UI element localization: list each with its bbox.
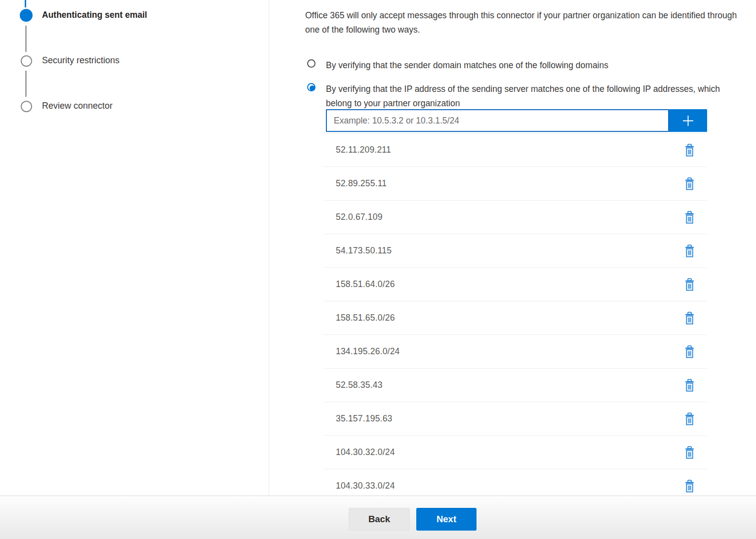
trash-icon bbox=[684, 278, 695, 291]
ip-address-input[interactable] bbox=[326, 109, 669, 132]
trash-icon bbox=[684, 245, 695, 257]
delete-ip-button[interactable] bbox=[683, 244, 696, 258]
trash-icon bbox=[684, 480, 695, 493]
ip-address-row: 104.30.32.0/24 bbox=[323, 435, 707, 469]
ip-address-value: 104.30.33.0/24 bbox=[336, 481, 395, 491]
delete-ip-button[interactable] bbox=[683, 143, 696, 158]
ip-address-row: 52.0.67.109 bbox=[323, 200, 707, 234]
trash-icon bbox=[684, 379, 695, 392]
stepper-connector-line bbox=[25, 71, 27, 97]
ip-address-list: 52.11.209.211 52.89.255.11 bbox=[323, 133, 707, 496]
ip-address-value: 35.157.195.63 bbox=[336, 414, 393, 424]
ip-address-value: 52.89.255.11 bbox=[336, 178, 387, 189]
ip-address-value: 54.173.50.115 bbox=[336, 246, 392, 256]
trash-icon bbox=[684, 177, 695, 190]
connector-wizard-screen: Authenticating sent email Security restr… bbox=[0, 0, 756, 539]
ip-address-value: 52.0.67.109 bbox=[336, 212, 383, 222]
ip-address-row: 52.58.35.43 bbox=[323, 368, 707, 402]
next-button[interactable]: Next bbox=[416, 508, 477, 531]
delete-ip-button[interactable] bbox=[683, 445, 696, 460]
radio-selected-icon[interactable] bbox=[307, 83, 316, 91]
delete-ip-button[interactable] bbox=[683, 176, 696, 191]
plus-icon bbox=[681, 114, 695, 127]
ip-address-row: 54.173.50.115 bbox=[323, 234, 707, 267]
trash-icon bbox=[684, 345, 695, 358]
delete-ip-button[interactable] bbox=[683, 412, 696, 426]
radio-unselected-icon[interactable] bbox=[307, 59, 316, 68]
radio-option-label: By verifying that the IP address of the … bbox=[326, 82, 731, 110]
ip-address-value: 158.51.64.0/26 bbox=[336, 279, 395, 290]
delete-ip-button[interactable] bbox=[683, 378, 696, 393]
wizard-stepper-sidebar: Authenticating sent email Security restr… bbox=[0, 0, 269, 496]
stepper-item-security-restrictions: Security restrictions bbox=[42, 55, 119, 66]
ip-address-value: 158.51.65.0/26 bbox=[336, 313, 395, 323]
ip-address-row: 104.30.33.0/24 bbox=[323, 469, 707, 496]
ip-entry-row bbox=[326, 109, 707, 132]
ip-address-row: 52.89.255.11 bbox=[323, 166, 707, 200]
ip-address-row: 158.51.65.0/26 bbox=[323, 301, 707, 334]
trash-icon bbox=[684, 413, 695, 425]
stepper-item-authenticating-sent-email: Authenticating sent email bbox=[42, 10, 147, 20]
radio-option-ip-address[interactable]: By verifying that the IP address of the … bbox=[307, 82, 731, 110]
stepper-completed-line bbox=[25, 0, 26, 7]
stepper-item-review-connector: Review connector bbox=[42, 101, 113, 111]
step-upcoming-ring-icon bbox=[21, 101, 32, 112]
step-upcoming-ring-icon bbox=[21, 55, 32, 67]
step-active-dot-icon bbox=[20, 9, 33, 22]
ip-address-row: 158.51.64.0/26 bbox=[323, 267, 707, 301]
ip-address-value: 52.11.209.211 bbox=[336, 145, 391, 155]
ip-address-value: 134.195.26.0/24 bbox=[336, 346, 400, 357]
delete-ip-button[interactable] bbox=[683, 277, 696, 292]
radio-option-label: By verifying that the sender domain matc… bbox=[326, 58, 732, 73]
ip-address-row: 52.11.209.211 bbox=[323, 133, 707, 166]
delete-ip-button[interactable] bbox=[683, 210, 696, 225]
trash-icon bbox=[684, 144, 695, 157]
wizard-footer: Back Next bbox=[0, 496, 756, 539]
trash-icon bbox=[684, 312, 695, 325]
add-ip-button[interactable] bbox=[669, 109, 707, 132]
ip-address-row: 134.195.26.0/24 bbox=[323, 334, 707, 368]
ip-address-value: 52.58.35.43 bbox=[336, 380, 383, 390]
delete-ip-button[interactable] bbox=[683, 479, 696, 494]
ip-address-value: 104.30.32.0/24 bbox=[336, 447, 395, 457]
delete-ip-button[interactable] bbox=[683, 344, 696, 359]
back-button[interactable]: Back bbox=[349, 508, 410, 531]
trash-icon bbox=[684, 446, 695, 459]
trash-icon bbox=[684, 211, 695, 224]
delete-ip-button[interactable] bbox=[683, 311, 696, 326]
step-description-text: Office 365 will only accept messages thr… bbox=[305, 8, 754, 37]
radio-option-sender-domain[interactable]: By verifying that the sender domain matc… bbox=[307, 58, 732, 73]
ip-address-row: 35.157.195.63 bbox=[323, 402, 707, 435]
stepper-connector-line bbox=[25, 26, 27, 52]
